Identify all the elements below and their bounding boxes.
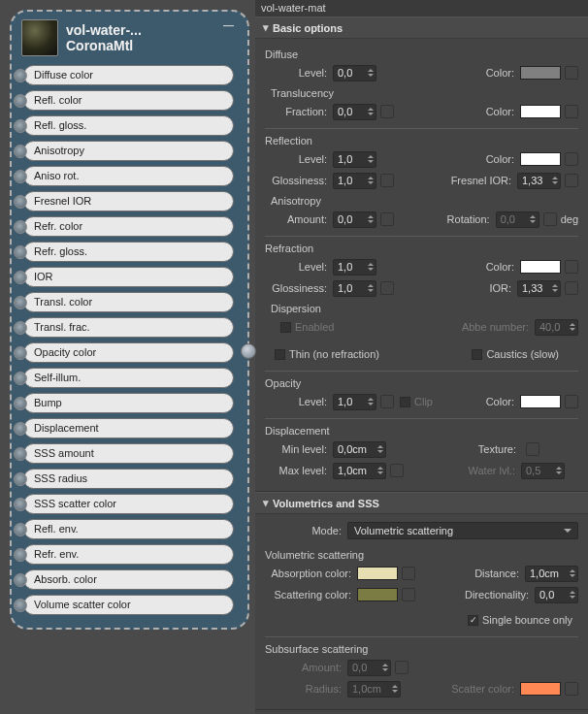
diffuse-color-map[interactable] — [565, 66, 578, 80]
input-socket[interactable] — [14, 397, 27, 410]
reflection-gloss-map[interactable] — [380, 174, 394, 187]
refraction-gloss-map[interactable] — [380, 281, 394, 295]
input-slot[interactable]: Volume scatter color — [16, 593, 244, 617]
absorption-color-map[interactable] — [402, 567, 415, 580]
output-socket[interactable] — [241, 343, 256, 359]
input-slot[interactable]: Refl. color — [16, 88, 244, 113]
input-slot[interactable]: Absorb. color — [16, 568, 244, 592]
aniso-rotation-spinner[interactable]: 0,0 — [496, 211, 539, 228]
input-socket[interactable] — [14, 170, 27, 183]
input-socket[interactable] — [14, 548, 27, 562]
single-bounce-checkbox[interactable]: ✓ — [468, 615, 478, 626]
volumetrics-mode-dropdown[interactable]: Volumetric scattering — [347, 522, 578, 539]
sss-scatter-color-map[interactable] — [565, 682, 578, 696]
aniso-rotation-map[interactable] — [543, 212, 557, 226]
aniso-amount-spinner[interactable]: 0,0 — [333, 211, 376, 228]
material-name[interactable]: vol-water-... — [66, 22, 219, 38]
disp-texture-map[interactable] — [526, 442, 539, 456]
input-slot[interactable]: Transl. color — [16, 290, 244, 314]
input-socket[interactable] — [14, 422, 27, 436]
input-socket[interactable] — [14, 523, 27, 536]
fresnel-ior-spinner[interactable]: 1,33 — [517, 173, 561, 189]
minimize-icon[interactable]: — — [219, 19, 238, 31]
reflection-color-swatch[interactable] — [520, 152, 561, 166]
input-slot[interactable]: Transl. frac. — [16, 315, 244, 340]
sss-scatter-color-swatch[interactable] — [520, 682, 561, 696]
refraction-color-map[interactable] — [565, 260, 578, 274]
input-socket[interactable] — [14, 271, 27, 284]
input-socket[interactable] — [14, 573, 27, 587]
properties-panel: vol-water-mat ▾ Basic options Diffuse Le… — [255, 0, 588, 714]
thin-checkbox[interactable] — [275, 349, 285, 360]
disp-max-spinner[interactable]: 1,0cm — [333, 463, 386, 479]
input-slot[interactable]: IOR — [16, 265, 244, 289]
input-slot[interactable]: Refr. color — [16, 214, 244, 239]
input-slot[interactable]: Diffuse color — [16, 63, 244, 87]
input-slot[interactable]: SSS radius — [16, 467, 244, 491]
opacity-level-spinner[interactable]: 1,0 — [333, 394, 376, 410]
input-socket[interactable] — [14, 220, 27, 234]
scattering-color-map[interactable] — [402, 588, 415, 601]
sss-amount-map[interactable] — [395, 661, 408, 674]
diffuse-color-swatch[interactable] — [520, 66, 561, 80]
input-socket[interactable] — [14, 119, 27, 133]
refraction-color-swatch[interactable] — [520, 260, 561, 274]
input-slot[interactable]: Refr. gloss. — [16, 240, 244, 264]
input-slot[interactable]: Self-illum. — [16, 366, 244, 390]
reflection-level-spinner[interactable]: 1,0 — [333, 151, 376, 168]
reflection-color-map[interactable] — [565, 152, 578, 166]
material-thumbnail[interactable] — [21, 19, 58, 56]
refraction-gloss-spinner[interactable]: 1,0 — [333, 280, 376, 297]
input-socket[interactable] — [14, 195, 27, 209]
input-slot[interactable]: SSS amount — [16, 441, 244, 466]
input-socket[interactable] — [14, 145, 27, 158]
input-socket[interactable] — [14, 69, 27, 82]
material-node[interactable]: vol-water-... CoronaMtl — Diffuse colorR… — [10, 10, 249, 630]
absorption-color-swatch[interactable] — [357, 567, 398, 580]
input-socket[interactable] — [14, 599, 27, 612]
input-slot[interactable]: Aniso rot. — [16, 164, 244, 188]
translucency-color-swatch[interactable] — [520, 105, 561, 118]
diffuse-level-spinner[interactable]: 0,0 — [333, 65, 376, 81]
opacity-color-swatch[interactable] — [520, 395, 561, 408]
aniso-amount-map[interactable] — [380, 212, 394, 226]
fresnel-ior-map[interactable] — [565, 174, 578, 187]
directionality-spinner[interactable]: 0,0 — [535, 587, 578, 603]
input-socket[interactable] — [14, 498, 27, 511]
section-basic-options[interactable]: ▾ Basic options — [255, 16, 588, 39]
opacity-color-map[interactable] — [565, 395, 578, 408]
section-volumetrics[interactable]: ▾ Volumetrics and SSS — [255, 492, 588, 514]
input-slot[interactable]: Fresnel IOR — [16, 189, 244, 213]
input-slot[interactable]: Bump — [16, 391, 244, 415]
input-socket[interactable] — [14, 447, 27, 461]
input-socket[interactable] — [14, 245, 27, 259]
translucency-fraction-map[interactable] — [380, 105, 394, 118]
input-socket[interactable] — [14, 346, 27, 360]
refraction-ior-spinner[interactable]: 1,33 — [517, 280, 561, 297]
input-slot[interactable]: Refr. env. — [16, 542, 244, 567]
input-socket[interactable] — [14, 472, 27, 486]
caustics-checkbox[interactable] — [472, 349, 482, 360]
input-slot[interactable]: Anisotropy — [16, 139, 244, 163]
translucency-color-map[interactable] — [565, 105, 578, 118]
disp-waterlvl-enable[interactable] — [390, 464, 404, 477]
opacity-clip-checkbox[interactable] — [400, 397, 410, 407]
input-slot[interactable]: SSS scatter color — [16, 492, 244, 516]
input-slot[interactable]: Opacity color — [16, 341, 244, 365]
scattering-color-swatch[interactable] — [357, 588, 398, 601]
input-slot[interactable]: Displacement — [16, 416, 244, 440]
input-socket[interactable] — [14, 296, 27, 309]
refraction-ior-map[interactable] — [565, 281, 578, 295]
refraction-level-spinner[interactable]: 1,0 — [333, 259, 376, 276]
input-slot[interactable]: Refl. env. — [16, 517, 244, 541]
vol-distance-spinner[interactable]: 1,0cm — [525, 566, 578, 582]
reflection-gloss-spinner[interactable]: 1,0 — [333, 173, 376, 189]
translucency-fraction-spinner[interactable]: 0,0 — [333, 104, 376, 120]
input-slot[interactable]: Refl. gloss. — [16, 114, 244, 138]
input-socket[interactable] — [14, 372, 27, 385]
dispersion-enabled-checkbox[interactable] — [280, 322, 291, 333]
disp-min-spinner[interactable]: 0,0cm — [333, 441, 386, 458]
input-socket[interactable] — [14, 321, 27, 335]
input-socket[interactable] — [14, 94, 27, 108]
opacity-level-map[interactable] — [380, 395, 394, 408]
